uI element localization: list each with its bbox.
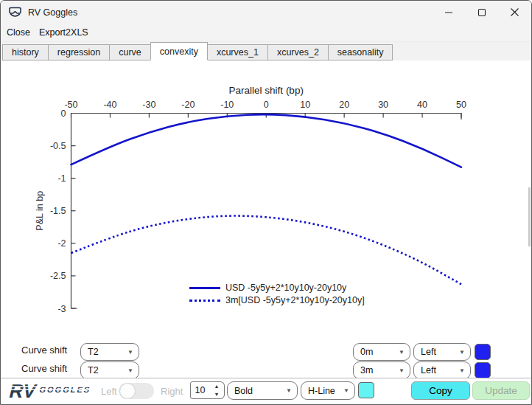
- chevron-down-icon: ▼: [127, 349, 133, 356]
- y-tick-label: -2: [57, 238, 66, 249]
- chevron-down-icon: ▼: [399, 367, 405, 374]
- goggles-icon: [8, 7, 22, 18]
- x-tick-label: 30: [378, 100, 388, 110]
- window-title: RV Goggles: [28, 7, 77, 18]
- font-weight-select[interactable]: Bold ▼: [227, 381, 298, 400]
- x-tick-label: 0: [264, 100, 269, 110]
- series-color-swatch-1[interactable]: [475, 344, 491, 360]
- line-style-select[interactable]: H-Line ▼: [301, 381, 355, 400]
- scrollbar-thumb[interactable]: [528, 187, 531, 246]
- left-right-toggle[interactable]: [119, 383, 154, 399]
- y-axis-label: P&L in bp: [35, 191, 45, 231]
- chevron-down-icon: ▼: [286, 387, 292, 394]
- chevron-down-icon: ▼: [459, 367, 465, 374]
- chart-legend: USD -5y5y+2*10y10y-20y10y 3m[USD -5y5y+2…: [189, 282, 365, 306]
- y-tick-label: -1.5: [50, 206, 66, 216]
- font-size-stepper[interactable]: ▲ ▼: [209, 381, 225, 399]
- chevron-down-icon: ▼: [399, 349, 405, 356]
- tab-convexity[interactable]: convexity: [150, 42, 208, 60]
- line-color-swatch[interactable]: [358, 382, 374, 398]
- tenor-select-2[interactable]: 3m ▼: [353, 361, 410, 379]
- x-tick-label: 50: [456, 100, 466, 110]
- y-tick-label: -3: [57, 304, 66, 314]
- maximize-icon: [477, 8, 486, 17]
- x-tick-label: -50: [64, 100, 77, 110]
- y-tick-label: -1: [57, 173, 66, 184]
- logo-rv-text: RV: [7, 380, 39, 402]
- y-tick-label: -2.5: [50, 271, 66, 281]
- x-tick-label: -30: [142, 100, 155, 110]
- curve-shift-label-2: Curve shift: [21, 363, 67, 374]
- x-tick-label: -10: [220, 100, 234, 110]
- x-tick-label: 20: [339, 100, 349, 110]
- font-size-input[interactable]: 10: [190, 381, 210, 399]
- toggle-right-label: Right: [161, 386, 183, 397]
- title-bar: RV Goggles: [1, 1, 531, 24]
- minimize-icon: [444, 8, 453, 17]
- axis: [71, 114, 462, 309]
- curve-shift-select-2[interactable]: T2 ▼: [80, 361, 139, 379]
- legend-label: USD -5y5y+2*10y10y-20y10y: [225, 283, 346, 293]
- menu-item-export2xls[interactable]: Export2XLS: [39, 27, 88, 38]
- chevron-down-icon: ▼: [127, 367, 133, 374]
- window-controls: [432, 1, 531, 24]
- chevron-down-icon: ▼: [459, 349, 465, 356]
- x-tick-label: -20: [181, 100, 195, 110]
- tenor-select-1[interactable]: 0m ▼: [353, 343, 410, 361]
- toggle-left-label: Left: [101, 386, 117, 397]
- close-button[interactable]: [498, 1, 531, 24]
- series-solid-line: [71, 114, 462, 167]
- tab-curve[interactable]: curve: [109, 44, 151, 60]
- x-axis-title: Parallel shift (bp): [229, 85, 304, 96]
- side-select-1[interactable]: Left ▼: [413, 343, 471, 361]
- solid-line-sample: [189, 287, 220, 289]
- series-color-swatch-2[interactable]: [475, 362, 491, 378]
- y-tick-label: 0: [61, 108, 66, 119]
- spinner-up-icon[interactable]: ▲: [209, 382, 224, 390]
- tab-history[interactable]: history: [2, 44, 49, 60]
- app-window: RV Goggles Close Export2XLS history regr…: [0, 0, 532, 405]
- maximize-button[interactable]: [465, 1, 498, 24]
- x-tick-label: 10: [300, 100, 310, 110]
- legend-item-solid: USD -5y5y+2*10y10y-20y10y: [189, 282, 365, 294]
- menu-bar: Close Export2XLS: [1, 24, 531, 42]
- curve-shift-select-1[interactable]: T2 ▼: [80, 343, 139, 361]
- legend-label: 3m[USD -5y5y+2*10y10y-20y10y]: [225, 295, 365, 305]
- x-tick-label: 40: [417, 100, 427, 110]
- tab-seasonality[interactable]: seasonality: [328, 44, 393, 60]
- dotted-line-sample: [189, 300, 220, 302]
- tab-strip: history regression curve convexity xcurv…: [1, 42, 531, 60]
- menu-item-close[interactable]: Close: [7, 27, 30, 38]
- series-dotted-line: [71, 216, 462, 285]
- side-select-2[interactable]: Left ▼: [413, 361, 471, 379]
- y-tick-label: -0.5: [50, 141, 66, 151]
- update-button[interactable]: Update: [472, 381, 530, 400]
- legend-item-dotted: 3m[USD -5y5y+2*10y10y-20y10y]: [189, 294, 365, 306]
- footer-toolbar: RV GOGGLES Left Right 10 ▲ ▼ Bold ▼ H-Li…: [1, 378, 531, 404]
- tab-regression[interactable]: regression: [48, 44, 110, 60]
- curve-shift-label-1: Curve shift: [21, 345, 67, 356]
- chevron-down-icon: ▼: [343, 387, 349, 394]
- toggle-knob[interactable]: [120, 384, 135, 398]
- x-tick-label: -40: [103, 100, 116, 110]
- tab-xcurves-2[interactable]: xcurves_2: [267, 44, 329, 60]
- tab-xcurves-1[interactable]: xcurves_1: [207, 44, 268, 60]
- rv-goggles-logo: RV GOGGLES: [4, 380, 107, 405]
- copy-button[interactable]: Copy: [411, 381, 470, 400]
- spinner-down-icon[interactable]: ▼: [209, 390, 224, 398]
- minimize-button[interactable]: [432, 1, 465, 24]
- close-icon: [510, 7, 519, 17]
